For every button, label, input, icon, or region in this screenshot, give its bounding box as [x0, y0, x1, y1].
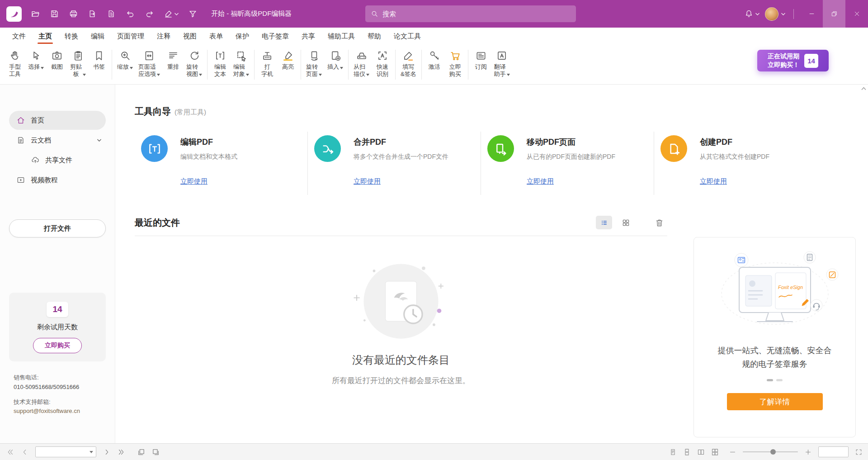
typewriter-button[interactable]: 打 字机: [257, 49, 278, 78]
tool-card-move-pdf-pages[interactable]: 移动PDF页面 从已有的PDF页面创建新的PDF 立即使用: [481, 130, 654, 198]
fill-sign-button[interactable]: 填写 &签名: [398, 49, 419, 78]
page-number-input[interactable]: [38, 449, 88, 455]
clipboard-button[interactable]: 剪贴 板: [67, 49, 89, 78]
restore-window-button[interactable]: [823, 0, 845, 28]
tab-edit[interactable]: 编辑: [85, 28, 111, 45]
support-email-label: 技术支持邮箱:: [14, 398, 115, 407]
edit-object-button[interactable]: 编辑 对象: [231, 49, 252, 78]
rotate-pages-button[interactable]: 旋转 页面: [303, 49, 325, 78]
tab-share[interactable]: 共享: [295, 28, 321, 45]
continuous-view-icon[interactable]: [683, 448, 691, 456]
select-tool-button[interactable]: 选择: [25, 49, 47, 71]
two-page-continuous-view-icon[interactable]: [711, 448, 719, 456]
subscribe-button[interactable]: 订阅: [471, 49, 491, 71]
single-page-view-icon[interactable]: [669, 448, 677, 456]
list-view-button[interactable]: [596, 216, 612, 229]
use-now-link[interactable]: 立即使用: [700, 177, 727, 186]
tab-help[interactable]: 帮助: [361, 28, 387, 45]
buy-now-pill-button[interactable]: 立即购买: [33, 338, 82, 353]
undo-icon[interactable]: [126, 9, 135, 19]
fit-page-options-button[interactable]: 页面适 应选项: [136, 49, 163, 78]
tool-card-edit-pdf[interactable]: 编辑PDF 编辑文档和文本格式 立即使用: [135, 130, 308, 198]
tool-card-merge-pdf[interactable]: 合并PDF 将多个文件合并生成一个PDF文件 立即使用: [308, 130, 481, 198]
dropdown-caret-icon: [366, 74, 369, 76]
chevron-down-icon[interactable]: [755, 13, 760, 15]
sidebar-item-home[interactable]: 首页: [9, 111, 106, 130]
redo-icon[interactable]: [145, 9, 154, 19]
tab-convert[interactable]: 转换: [58, 28, 85, 45]
esign-pen-tool[interactable]: [164, 9, 179, 19]
first-page-icon[interactable]: [6, 448, 14, 456]
open-file-icon[interactable]: [31, 9, 40, 19]
empty-files-illustration: [347, 259, 455, 346]
zoom-percentage-input[interactable]: [821, 449, 845, 455]
zoom-out-icon[interactable]: [729, 448, 736, 456]
edit-text-button[interactable]: 编辑 文本: [210, 49, 231, 78]
two-page-view-icon[interactable]: [697, 448, 705, 456]
previous-page-icon[interactable]: [21, 448, 28, 456]
tab-paper-tools[interactable]: 论文工具: [387, 28, 427, 45]
clear-recent-trash-button[interactable]: [651, 216, 667, 229]
print-icon[interactable]: [69, 9, 78, 19]
activate-button[interactable]: 激活: [424, 49, 445, 71]
scrollbar-up-arrow[interactable]: [861, 86, 866, 90]
duplicate-view-icon[interactable]: [152, 448, 160, 456]
convert-doc-icon[interactable]: [107, 9, 116, 19]
tab-esign[interactable]: 电子签章: [255, 28, 295, 45]
notifications-bell-icon[interactable]: [744, 9, 754, 19]
dropdown-caret-icon[interactable]: [90, 451, 93, 453]
carousel-dot[interactable]: [767, 379, 773, 381]
export-doc-icon[interactable]: [88, 9, 97, 19]
use-now-link[interactable]: 立即使用: [354, 177, 381, 186]
tab-home[interactable]: 主页: [32, 28, 58, 45]
zoom-slider[interactable]: [743, 451, 798, 452]
tab-form[interactable]: 表单: [203, 28, 229, 45]
user-avatar[interactable]: [765, 7, 778, 21]
tab-comment[interactable]: 注释: [151, 28, 177, 45]
support-email-value[interactable]: support@foxitsoftware.cn: [14, 407, 115, 416]
use-now-link[interactable]: 立即使用: [527, 177, 554, 186]
buy-now-button[interactable]: 立即 购买: [445, 49, 466, 78]
titlebar: 开始 - 福昕高级PDF编辑器: [0, 0, 868, 28]
highlight-button[interactable]: 高亮: [278, 49, 298, 71]
search-box[interactable]: [365, 5, 576, 22]
reflow-button[interactable]: 重排: [163, 49, 184, 71]
zoom-button[interactable]: 缩放: [114, 49, 136, 71]
use-now-link[interactable]: 立即使用: [180, 177, 208, 186]
bookmark-button[interactable]: 书签: [89, 49, 109, 71]
sidebar-item-cloud-docs[interactable]: 云文档: [9, 131, 106, 150]
trial-buy-badge[interactable]: 正在试用期 立即购买！ 14: [757, 50, 829, 71]
carousel-dot[interactable]: [776, 379, 783, 381]
tab-file[interactable]: 文件: [6, 28, 32, 45]
from-scanner-button[interactable]: 从扫 描仪: [351, 49, 372, 78]
funnel-icon[interactable]: [188, 9, 198, 19]
translate-assistant-button[interactable]: 翻译 助手: [491, 49, 513, 78]
close-button[interactable]: [845, 0, 868, 28]
last-page-icon[interactable]: [118, 448, 125, 456]
open-file-button[interactable]: 打开文件: [9, 219, 106, 237]
next-page-icon[interactable]: [103, 448, 111, 456]
snapshot-button[interactable]: 截图: [47, 49, 67, 71]
search-input[interactable]: [382, 10, 571, 18]
tab-protect[interactable]: 保护: [229, 28, 255, 45]
zoom-slider-thumb[interactable]: [770, 449, 776, 455]
tool-card-create-pdf[interactable]: 创建PDF 从其它格式文件创建PDF 立即使用: [654, 130, 827, 198]
tab-page-management[interactable]: 页面管理: [111, 28, 151, 45]
tab-view[interactable]: 视图: [177, 28, 203, 45]
new-window-icon[interactable]: [137, 448, 145, 456]
grid-view-button[interactable]: [618, 216, 634, 229]
expand-caret-icon[interactable]: [97, 139, 101, 142]
hand-tool-button[interactable]: 手型 工具: [5, 49, 25, 78]
sidebar-item-video-tutorials[interactable]: 视频教程: [9, 171, 106, 190]
fullscreen-icon[interactable]: [855, 448, 863, 456]
insert-pages-button[interactable]: 插入: [325, 49, 346, 71]
rotate-view-button[interactable]: 旋转 视图: [184, 49, 205, 78]
ocr-button[interactable]: 快速 识别: [372, 49, 393, 78]
zoom-in-icon[interactable]: [804, 448, 812, 456]
tab-accessibility[interactable]: 辅助工具: [321, 28, 361, 45]
save-icon[interactable]: [50, 9, 59, 19]
learn-more-button[interactable]: 了解详情: [727, 393, 823, 410]
chevron-down-icon[interactable]: [781, 13, 785, 15]
minimize-button[interactable]: [800, 0, 823, 28]
sidebar-item-shared-files[interactable]: 共享文件: [9, 151, 106, 170]
